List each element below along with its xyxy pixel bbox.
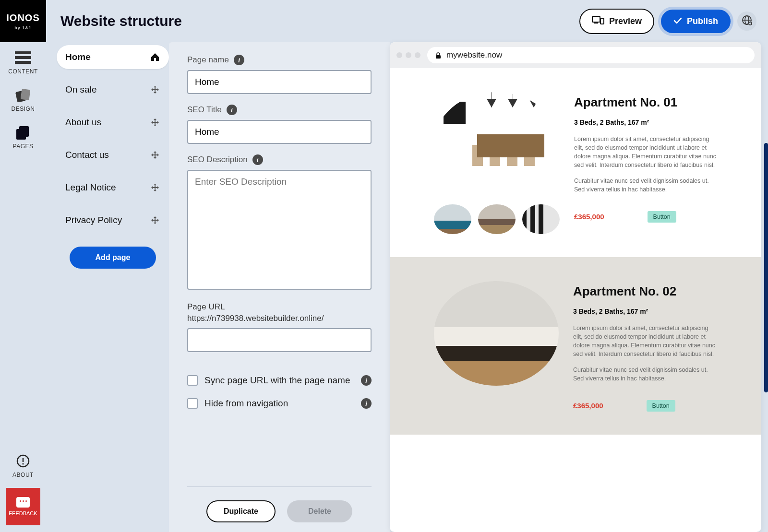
page-item-label: Legal Notice (65, 182, 116, 193)
check-icon (673, 16, 682, 26)
scrollbar[interactable] (764, 143, 768, 392)
listing-body: Lorem ipsum dolor sit amet, consectetur … (574, 135, 718, 170)
info-icon[interactable]: i (234, 55, 244, 65)
topbar: Website structure Preview Publish (46, 0, 768, 42)
page-item-label: Contact us (65, 150, 109, 160)
preview-browser: mywebsite.now (390, 42, 761, 532)
svg-rect-11 (594, 23, 598, 24)
rail-design-label: DESIGN (11, 106, 35, 112)
drag-handle-icon[interactable] (150, 182, 160, 193)
content-icon (14, 51, 32, 64)
listing-thumb[interactable] (434, 204, 471, 234)
svg-rect-6 (19, 126, 29, 137)
info-icon[interactable]: i (361, 398, 372, 409)
info-icon[interactable]: i (361, 375, 372, 386)
duplicate-button[interactable]: Duplicate (206, 500, 276, 522)
page-name-label: Page name (187, 55, 229, 65)
page-name-input[interactable] (187, 70, 372, 94)
info-icon[interactable]: i (227, 105, 237, 115)
address-bar: mywebsite.now (427, 47, 755, 63)
listing-title: Apartment No. 02 (573, 284, 744, 299)
rail-design[interactable]: DESIGN (0, 80, 46, 117)
home-icon (150, 52, 160, 62)
devices-icon (592, 15, 604, 27)
page-item-privacy-policy[interactable]: Privacy Policy (57, 208, 169, 232)
rail-content[interactable]: CONTENT (0, 42, 46, 80)
seo-description-label: SEO Description (187, 155, 248, 165)
page-item-on-sale[interactable]: On sale (57, 78, 169, 102)
listing-card: Apartment No. 02 3 Beds, 2 Baths, 167 m²… (390, 257, 761, 435)
page-item-label: About us (65, 117, 101, 128)
seo-title-input[interactable] (187, 120, 372, 144)
hide-nav-row: Hide from navigation i (187, 398, 372, 409)
language-button[interactable] (737, 12, 756, 31)
preview-panel: mywebsite.now (390, 42, 768, 532)
page-title: Website structure (60, 13, 182, 29)
page-item-legal-notice[interactable]: Legal Notice (57, 176, 169, 200)
listing-body: Curabitur vitae nunc sed velit dignissim… (573, 366, 717, 383)
nav-rail: IONOS by 1&1 CONTENT DESIGN PAGES ABOUT (0, 0, 46, 532)
page-url-input[interactable] (187, 328, 372, 352)
pages-panel: Home On sale About us Contact us (57, 42, 169, 532)
rail-about[interactable]: ABOUT (0, 446, 46, 483)
listing-title: Apartment No. 01 (574, 95, 744, 110)
page-item-home[interactable]: Home (57, 45, 169, 69)
drag-handle-icon[interactable] (150, 150, 160, 160)
page-item-label: Home (65, 52, 91, 62)
page-item-label: Privacy Policy (65, 215, 122, 225)
seo-title-label: SEO Title (187, 105, 222, 115)
browser-chrome: mywebsite.now (390, 42, 761, 68)
preview-button[interactable]: Preview (579, 9, 654, 34)
hide-nav-label: Hide from navigation (204, 398, 288, 409)
listing-hero-image (434, 92, 559, 197)
svg-rect-10 (592, 16, 600, 22)
info-icon[interactable]: i (252, 154, 263, 165)
page-url-label: Page URL (187, 302, 372, 312)
seo-description-input[interactable] (187, 170, 372, 290)
delete-button: Delete (287, 500, 352, 522)
svg-rect-17 (436, 55, 441, 59)
rail-pages[interactable]: PAGES (0, 117, 46, 154)
site-canvas[interactable]: Apartment No. 01 3 Beds, 2 Baths, 167 m²… (390, 68, 761, 532)
drag-handle-icon[interactable] (150, 84, 160, 95)
svg-rect-1 (15, 56, 31, 59)
listing-hero-image (434, 281, 559, 386)
about-icon (14, 454, 32, 468)
listing-price: £365,000 (573, 402, 603, 410)
add-page-label: Add page (96, 253, 131, 261)
listing-cta-button[interactable]: Button (647, 400, 675, 412)
brand-byline: by 1&1 (14, 25, 32, 30)
pages-icon (14, 126, 32, 139)
globe-icon (742, 15, 752, 27)
listing-body: Lorem ipsum dolor sit amet, consectetur … (573, 324, 717, 359)
sync-url-checkbox[interactable] (187, 375, 198, 386)
lock-icon (435, 52, 442, 59)
svg-point-9 (22, 463, 24, 464)
listing-thumb[interactable] (478, 204, 516, 234)
delete-label: Delete (308, 507, 331, 515)
address-text: mywebsite.now (446, 50, 502, 60)
page-item-contact-us[interactable]: Contact us (57, 143, 169, 167)
listing-cta-button[interactable]: Button (648, 211, 676, 223)
listing-thumb[interactable] (522, 204, 560, 234)
drag-handle-icon[interactable] (150, 117, 160, 128)
feedback-label: FEEDBACK (9, 510, 37, 516)
page-url-base: https://n739938.websitebuilder.online/ (187, 314, 372, 323)
listing-body: Curabitur vitae nunc sed velit dignissim… (574, 177, 718, 194)
chat-icon (16, 497, 30, 508)
hide-nav-checkbox[interactable] (187, 398, 198, 409)
page-item-about-us[interactable]: About us (57, 110, 169, 134)
svg-rect-12 (600, 18, 604, 24)
drag-handle-icon[interactable] (150, 215, 160, 225)
publish-button[interactable]: Publish (661, 10, 731, 33)
traffic-lights-icon (396, 52, 420, 58)
design-icon (14, 88, 32, 102)
feedback-button[interactable]: FEEDBACK (6, 488, 40, 525)
svg-rect-2 (15, 61, 31, 64)
svg-rect-0 (15, 51, 31, 54)
listing-meta: 3 Beds, 2 Baths, 167 m² (573, 307, 744, 315)
add-page-button[interactable]: Add page (70, 247, 156, 269)
brand-name: IONOS (6, 12, 39, 24)
listing-card: Apartment No. 01 3 Beds, 2 Baths, 167 m²… (390, 68, 761, 257)
page-settings-panel: Page name i SEO Title i SEO Description … (169, 42, 390, 532)
